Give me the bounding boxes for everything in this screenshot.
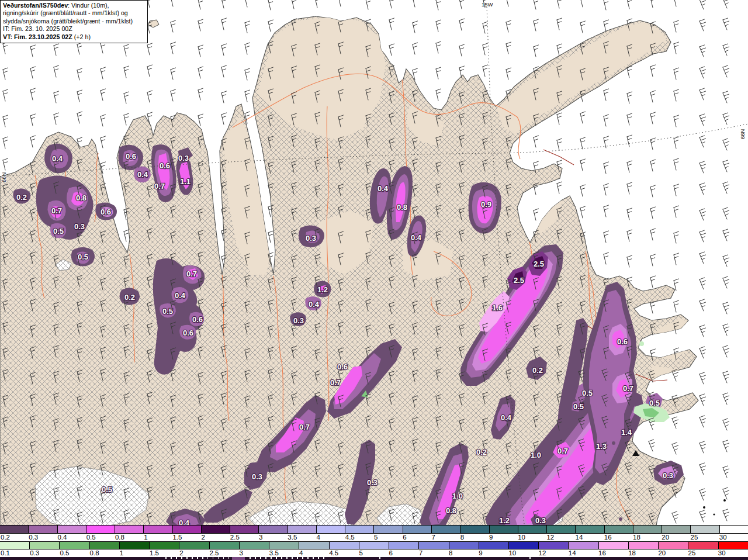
scale-cell [0,542,30,549]
init-time: IT: Fim. 23. 10. 2025 00Z [3,25,145,33]
islet-dot [723,499,726,502]
precip-value-label: 0.4 [309,300,320,309]
scale-cell [240,542,269,549]
precip-value-label: 1.6 [492,303,503,312]
precip-value-label: 0.5 [573,402,584,411]
scale-value: 2 [202,534,205,541]
scale-value: 10 [518,534,525,541]
scale-value: 12 [539,549,546,556]
scale-value: 0.4 [57,534,67,541]
scale-value: 5 [374,534,378,541]
scale-value: 18 [633,534,640,541]
scale-cell [90,542,120,549]
scale-cell [144,526,172,533]
precip-value-label: 0.8 [76,193,86,202]
scale-cell [389,542,419,549]
scale-cell [720,526,748,533]
scale-value: 20 [658,549,666,556]
scale-value: 0.3 [29,534,38,541]
scale-cell [345,526,374,533]
scale-value: 3.5 [269,549,279,556]
scale-value: 4 [317,534,320,541]
scale-color-patch [232,557,245,560]
forecast-map: 15W 66N 66N 0.40.60.30.40.60.71.10.80.70… [0,0,748,560]
scale-value: 7 [431,534,435,541]
scale-cell [86,526,115,533]
precip-value-label: 2.5 [514,276,524,285]
precip-value-label: 1.0 [531,451,541,459]
scale-cell [210,542,240,549]
scale-cell [0,526,29,533]
precip-value-label: 0.5 [78,253,88,261]
scale-cell [120,542,150,549]
islet-dot [703,506,705,509]
scale-value: 1.5 [172,534,182,541]
scale-cell [179,542,209,549]
scale-cell [605,526,633,533]
scale-tick [529,557,531,559]
scale-value: 1.5 [150,549,159,556]
scale-value: 0.5 [60,549,69,556]
precip-value-label: 0.3 [252,472,262,481]
precip-value-label: 0.3 [367,478,378,487]
product-line-sleet: slydda/snjókoma (grátt/bleikt/grænt - mm… [3,18,145,25]
product-line-rain: rigning/skúrir (grænt/blátt/rautt - mm/1… [3,9,145,17]
precip-value-label: 0.7 [557,447,568,455]
scale-cell [599,542,629,549]
scale-cell [569,542,598,549]
scale-cell [662,526,691,533]
scale-tick-marks [165,557,328,559]
scale-value: 25 [691,534,698,541]
scale-cell [633,526,662,533]
scale-value: 12 [546,534,554,541]
scale-cell [539,542,569,549]
scale-value: 6 [389,549,393,556]
rain-patch [639,341,644,346]
precip-value-label: 0.4 [378,184,389,193]
scale-cell [29,526,57,533]
scale-cell [374,526,403,533]
scale-tick [379,557,380,559]
scale-cell [60,542,89,549]
scale-cell [202,526,230,533]
latitude-label-right: 66N [739,129,746,139]
scale-value: 0.5 [86,534,96,541]
scale-cell [58,526,86,533]
scale-value: 6 [403,534,406,541]
valid-time: VT: Fim. 23.10.2025 02Z (+2 h) [3,33,145,41]
precip-value-label: 1.2 [317,285,328,294]
precip-value-label: 1.3 [596,442,607,451]
scale-cell [518,526,547,533]
scale-cell [449,542,479,549]
scale-value: 7 [419,549,423,556]
scale-cell [547,526,576,533]
scale-cell [403,526,432,533]
scale-value: 3.5 [288,534,297,541]
scale-value: 4 [299,549,303,556]
scale-value: 0.3 [30,549,39,556]
precip-value-label: 0.6 [617,337,628,346]
scale-cell [30,542,60,549]
precip-value-label: 1.0 [452,492,463,500]
precip-value-label: 0.6 [337,362,348,371]
precip-value-label: 0.7 [330,378,341,387]
scale-value: 30 [718,549,726,556]
scale-cell [330,542,359,549]
precip-value-label: 0.5 [102,485,112,494]
scale-value: 2.5 [209,549,219,556]
scale-cell [173,526,202,533]
precip-value-label: 0.6 [192,315,203,324]
scale-value: 2.5 [230,534,240,541]
precip-value-label: 0.4 [137,170,148,179]
product-name: Veðurstofan/IS750dev [3,2,68,9]
weather-map-screen: 15W 66N 66N 0.40.60.30.40.60.71.10.80.70… [0,0,748,560]
scale-cell [419,542,449,549]
scale-cell [719,542,748,549]
precip-value-label: 0.5 [162,307,173,316]
scale-value: 5 [359,549,362,556]
scale-value: 20 [662,534,669,541]
scale-value: 1 [120,549,123,556]
product-title: Veðurstofan/IS750dev: Vindur (10m), [3,2,145,9]
precip-value-label: 0.4 [411,233,422,242]
scale-value: 30 [719,534,727,541]
